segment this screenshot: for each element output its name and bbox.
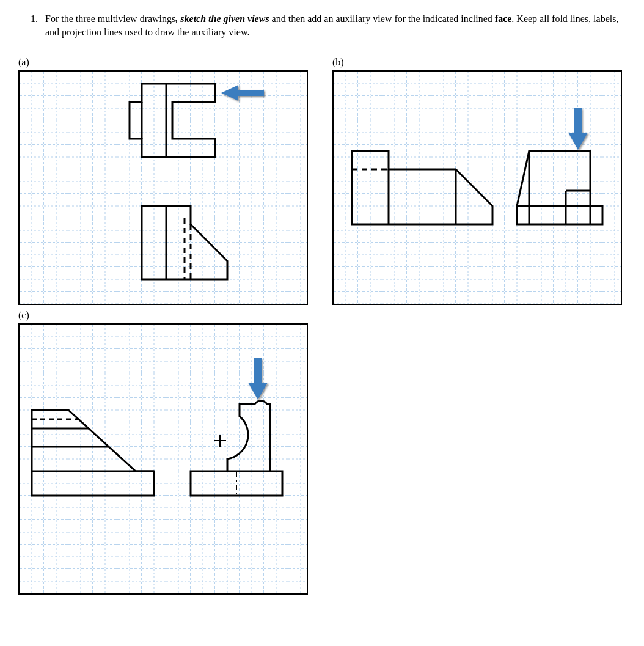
row-2: (c) xyxy=(18,310,626,595)
cell-b: (b) xyxy=(332,57,622,305)
drawing-b xyxy=(334,72,621,304)
drawing-a xyxy=(20,72,307,304)
q-text-1: For the three multiview drawings xyxy=(45,13,175,24)
question-text: For the three multiview drawings, sketch… xyxy=(45,12,626,39)
cell-a: (a) xyxy=(18,57,308,305)
q-text-mid: and then add an auxiliary view for the i… xyxy=(269,13,495,24)
panel-b xyxy=(332,70,622,305)
q-text-bold1: , sketch the given views xyxy=(175,13,269,24)
cell-c: (c) xyxy=(18,310,308,595)
question-number: 1. xyxy=(18,12,45,26)
q-text-bold2: face xyxy=(495,13,512,24)
panel-a xyxy=(18,70,308,305)
question-block: 1. For the three multiview drawings, ske… xyxy=(18,12,626,39)
panel-c xyxy=(18,323,308,595)
svg-rect-0 xyxy=(20,72,307,304)
drawing-c xyxy=(20,325,307,593)
label-c: (c) xyxy=(18,310,308,321)
svg-rect-8 xyxy=(334,72,621,304)
row-1: (a) xyxy=(18,57,626,305)
label-a: (a) xyxy=(18,57,308,68)
svg-rect-22 xyxy=(20,325,307,593)
label-b: (b) xyxy=(332,57,622,68)
